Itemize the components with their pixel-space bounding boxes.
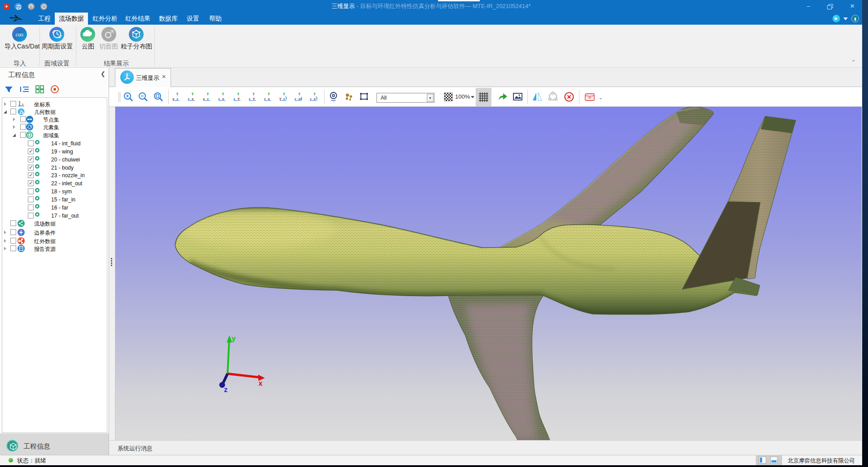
svg-text:x: x	[22, 103, 24, 105]
svg-text:Z: Z	[18, 105, 20, 107]
svg-text:x: x	[259, 380, 263, 387]
svg-text:Y: Y	[18, 100, 20, 103]
svg-text:y: y	[232, 335, 236, 342]
svg-text:z: z	[224, 386, 228, 393]
